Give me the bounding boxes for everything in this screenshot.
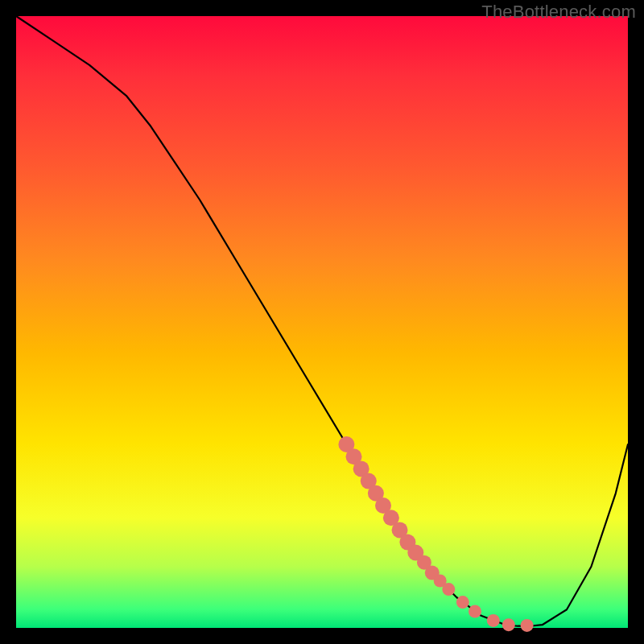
highlight-markers (338, 436, 533, 632)
plot-area (16, 16, 628, 628)
marker-dot (521, 619, 534, 632)
watermark-text: TheBottleneck.com (481, 2, 636, 23)
curve-line (16, 16, 628, 626)
chart-svg (16, 16, 628, 628)
curve-path (16, 16, 628, 626)
chart-frame: TheBottleneck.com (0, 0, 644, 644)
marker-dot (442, 583, 455, 596)
marker-dot (487, 614, 500, 627)
marker-dot (502, 618, 515, 631)
marker-dot (469, 605, 481, 617)
marker-dot (456, 596, 469, 609)
